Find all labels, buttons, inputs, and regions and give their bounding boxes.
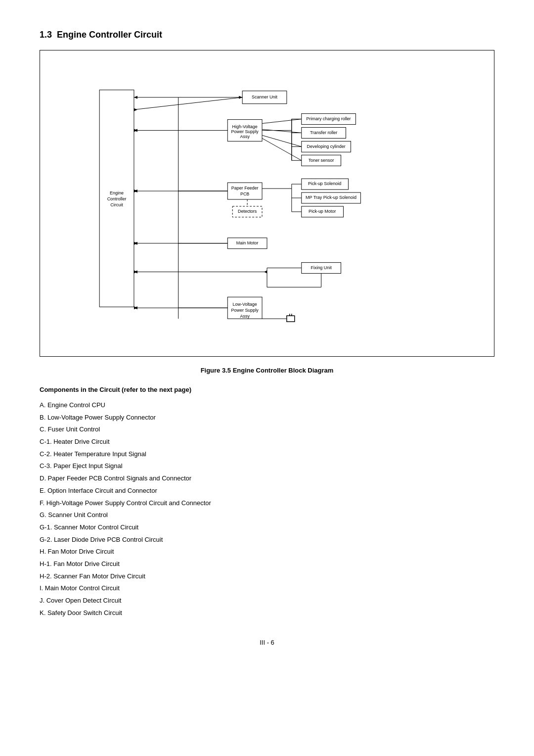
svg-text:Scanner Unit: Scanner Unit bbox=[252, 94, 277, 99]
svg-rect-33 bbox=[227, 183, 262, 199]
list-item: C-1. Heater Drive Circuit bbox=[40, 436, 494, 448]
list-item: H-1. Fan Motor Drive Circuit bbox=[40, 558, 494, 570]
svg-text:Assy: Assy bbox=[240, 134, 250, 139]
svg-text:PCB: PCB bbox=[240, 191, 249, 196]
svg-line-6 bbox=[134, 97, 242, 110]
svg-text:Engine: Engine bbox=[110, 190, 124, 195]
svg-text:Paper Feeder: Paper Feeder bbox=[231, 186, 259, 190]
list-item: H-2. Scanner Fan Motor Drive Circuit bbox=[40, 570, 494, 583]
svg-text:Main Motor: Main Motor bbox=[236, 240, 259, 245]
svg-text:High-Voltage: High-Voltage bbox=[232, 124, 258, 129]
list-item: E. Option Interface Circuit and Connecto… bbox=[40, 485, 494, 497]
svg-text:Transfer roller: Transfer roller bbox=[310, 130, 337, 135]
svg-text:Developing cylinder: Developing cylinder bbox=[307, 144, 346, 149]
svg-text:Pick-up Motor: Pick-up Motor bbox=[309, 209, 336, 214]
list-item: J. Cover Open Detect Circuit bbox=[40, 595, 494, 607]
svg-line-19 bbox=[262, 130, 302, 133]
svg-text:Circuit: Circuit bbox=[110, 202, 123, 207]
svg-rect-72 bbox=[287, 316, 295, 322]
svg-text:Low-Voltage: Low-Voltage bbox=[233, 302, 257, 307]
list-item: G-1. Scanner Motor Control Circuit bbox=[40, 521, 494, 534]
svg-text:Power Supply: Power Supply bbox=[231, 308, 259, 313]
list-item: B. Low-Voltage Power Supply Connector bbox=[40, 412, 494, 424]
list-item: G. Scanner Unit Control bbox=[40, 509, 494, 521]
list-item: A. Engine Control CPU bbox=[40, 399, 494, 412]
list-item: G-2. Laser Diode Drive PCB Control Circu… bbox=[40, 534, 494, 546]
svg-text:Primary charging roller: Primary charging roller bbox=[307, 116, 351, 121]
list-item: K. Safety Door Switch Circuit bbox=[40, 607, 494, 619]
list-item: H. Fan Motor Drive Circuit bbox=[40, 546, 494, 558]
svg-text:Pick-up Solenoid: Pick-up Solenoid bbox=[308, 181, 341, 186]
svg-text:Assy: Assy bbox=[240, 314, 250, 319]
svg-text:Controller: Controller bbox=[107, 196, 127, 201]
list-item: I. Main Motor Control Circuit bbox=[40, 582, 494, 595]
svg-line-25 bbox=[262, 138, 302, 160]
page-number: III - 6 bbox=[40, 639, 494, 646]
figure-caption: Figure 3.5 Engine Controller Block Diagr… bbox=[40, 367, 494, 374]
list-item: C-2. Heater Temperature Input Signal bbox=[40, 448, 494, 461]
svg-text:Toner sensor: Toner sensor bbox=[309, 158, 334, 163]
list-item: D. Paper Feeder PCB Control Signals and … bbox=[40, 472, 494, 485]
svg-marker-81 bbox=[134, 96, 137, 99]
list-item: C. Fuser Unit Control bbox=[40, 424, 494, 436]
svg-line-16 bbox=[262, 119, 302, 124]
section-title: 1.3 Engine Controller Circuit bbox=[40, 30, 494, 40]
svg-line-22 bbox=[262, 135, 302, 146]
list-item: C-3. Paper Eject Input Signal bbox=[40, 460, 494, 472]
list-item: F. High-Voltage Power Supply Control Cir… bbox=[40, 497, 494, 510]
components-list: A. Engine Control CPUB. Low-Voltage Powe… bbox=[40, 399, 494, 619]
svg-text:Fixing Unit: Fixing Unit bbox=[311, 265, 332, 270]
components-title: Components in the Circuit (refer to the … bbox=[40, 386, 494, 393]
svg-marker-88 bbox=[239, 96, 242, 99]
svg-text:Detectors: Detectors bbox=[238, 209, 257, 214]
svg-text:MP Tray Pick-up Solenoid: MP Tray Pick-up Solenoid bbox=[306, 195, 356, 200]
block-diagram: Engine Controller Circuit Scanner Unit H… bbox=[40, 50, 494, 357]
svg-marker-7 bbox=[134, 108, 137, 111]
svg-text:Power Supply: Power Supply bbox=[231, 129, 259, 134]
